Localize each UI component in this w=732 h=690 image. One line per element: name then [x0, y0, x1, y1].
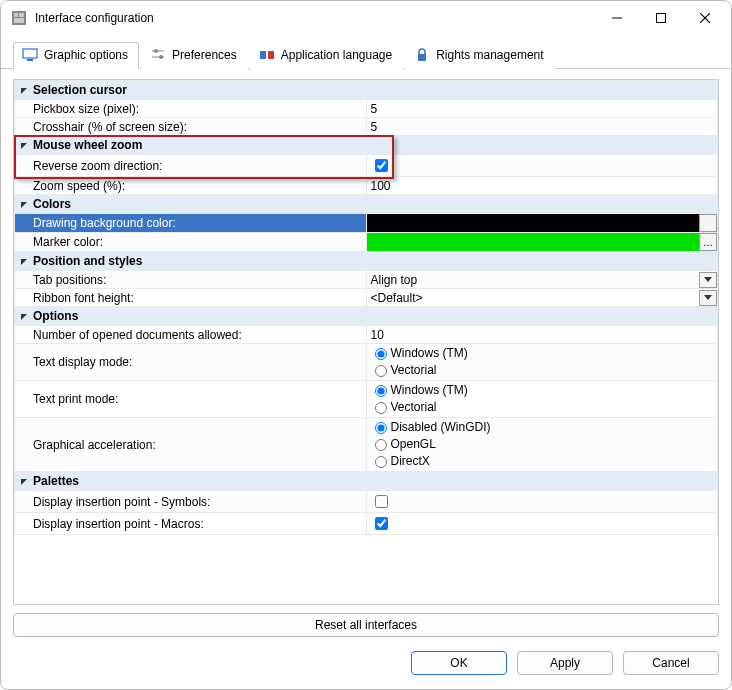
row-tab-positions: Tab positions: Align top	[15, 271, 718, 289]
window-title: Interface configuration	[35, 11, 595, 25]
symbols-checkbox[interactable]	[375, 495, 388, 508]
cancel-button[interactable]: Cancel	[623, 651, 719, 675]
section-mouse-wheel-zoom[interactable]: Mouse wheel zoom	[15, 136, 718, 155]
ribbon-font-height-combo[interactable]: <Default>	[367, 290, 718, 306]
text-display-vectorial-radio-label[interactable]: Vectorial	[371, 362, 714, 379]
section-title: Palettes	[33, 474, 79, 488]
tab-label: Preferences	[172, 48, 237, 62]
svg-rect-3	[14, 18, 24, 23]
disclosure-icon	[19, 85, 29, 95]
disclosure-icon	[19, 199, 29, 209]
label: Graphical acceleration:	[33, 438, 156, 452]
apply-button[interactable]: Apply	[517, 651, 613, 675]
row-text-print-mode: Text print mode: Windows (TM) Vectorial	[15, 381, 718, 418]
row-zoom-speed: Zoom speed (%): 100	[15, 177, 718, 195]
svg-rect-8	[23, 49, 37, 58]
tab-graphic-options[interactable]: Graphic options	[13, 42, 139, 69]
svg-marker-21	[704, 277, 712, 282]
section-position-styles[interactable]: Position and styles	[15, 252, 718, 271]
chevron-down-icon[interactable]	[699, 272, 717, 288]
text-print-windows-radio[interactable]	[375, 385, 387, 397]
row-drawing-background-color: Drawing background color: …	[15, 214, 718, 233]
titlebar: Interface configuration	[1, 1, 731, 35]
ok-button[interactable]: OK	[411, 651, 507, 675]
text-print-vectorial-radio-label[interactable]: Vectorial	[371, 399, 714, 416]
text-print-windows-radio-label[interactable]: Windows (TM)	[371, 382, 714, 399]
lock-icon	[414, 47, 430, 63]
label: Reverse zoom direction:	[33, 159, 162, 173]
svg-marker-19	[21, 202, 27, 208]
row-marker-color: Marker color: …	[15, 233, 718, 252]
svg-marker-17	[21, 88, 27, 94]
docs-value[interactable]: 10	[371, 328, 384, 342]
gaccel-disabled-radio[interactable]	[375, 422, 387, 434]
svg-marker-24	[21, 479, 27, 485]
svg-marker-18	[21, 143, 27, 149]
section-title: Options	[33, 309, 78, 323]
tab-preferences[interactable]: Preferences	[141, 42, 248, 69]
tab-rights-management[interactable]: Rights management	[405, 42, 554, 69]
section-options[interactable]: Options	[15, 307, 718, 326]
svg-point-11	[154, 49, 158, 53]
disclosure-icon	[19, 311, 29, 321]
disclosure-icon	[19, 476, 29, 486]
text-display-windows-radio-label[interactable]: Windows (TM)	[371, 345, 714, 362]
label: Pickbox size (pixel):	[33, 102, 139, 116]
property-grid: Selection cursor Pickbox size (pixel): 5…	[14, 80, 718, 535]
svg-rect-2	[19, 13, 24, 17]
maximize-button[interactable]	[639, 3, 683, 33]
gaccel-directx-radio-label[interactable]: DirectX	[371, 453, 714, 470]
section-colors[interactable]: Colors	[15, 195, 718, 214]
row-reverse-zoom: Reverse zoom direction:	[15, 155, 718, 177]
gaccel-directx-radio[interactable]	[375, 456, 387, 468]
row-text-display-mode: Text display mode: Windows (TM) Vectoria…	[15, 344, 718, 381]
row-display-insertion-symbols: Display insertion point - Symbols:	[15, 491, 718, 513]
label: Crosshair (% of screen size):	[33, 120, 187, 134]
dialog-buttons: OK Apply Cancel	[1, 645, 731, 689]
svg-rect-16	[418, 54, 426, 61]
bg-color-picker-button[interactable]: …	[699, 214, 717, 232]
label: Display insertion point - Macros:	[33, 517, 204, 531]
marker-color-swatch[interactable]	[367, 233, 700, 251]
section-title: Mouse wheel zoom	[33, 138, 142, 152]
section-title: Selection cursor	[33, 83, 127, 97]
label: Text print mode:	[33, 392, 118, 406]
crosshair-value[interactable]: 5	[371, 120, 378, 134]
section-palettes[interactable]: Palettes	[15, 472, 718, 491]
row-display-insertion-macros: Display insertion point - Macros:	[15, 513, 718, 535]
tab-application-language[interactable]: Application language	[250, 42, 403, 69]
label: Text display mode:	[33, 355, 132, 369]
language-icon	[259, 47, 275, 63]
label: Tab positions:	[33, 273, 106, 287]
svg-marker-22	[704, 295, 712, 300]
sliders-icon	[150, 47, 166, 63]
close-button[interactable]	[683, 3, 727, 33]
gaccel-opengl-radio-label[interactable]: OpenGL	[371, 436, 714, 453]
text-display-vectorial-radio[interactable]	[375, 365, 387, 377]
text-print-vectorial-radio[interactable]	[375, 402, 387, 414]
row-pickbox-size: Pickbox size (pixel): 5	[15, 100, 718, 118]
bg-color-swatch[interactable]	[367, 214, 700, 232]
svg-rect-14	[260, 51, 266, 59]
combo-value: <Default>	[367, 290, 700, 306]
gaccel-opengl-radio[interactable]	[375, 439, 387, 451]
svg-marker-20	[21, 259, 27, 265]
svg-rect-1	[14, 13, 18, 17]
section-selection-cursor[interactable]: Selection cursor	[15, 81, 718, 100]
chevron-down-icon[interactable]	[699, 290, 717, 306]
tab-positions-combo[interactable]: Align top	[367, 272, 718, 288]
macros-checkbox[interactable]	[375, 517, 388, 530]
section-title: Position and styles	[33, 254, 142, 268]
row-ribbon-font-height: Ribbon font height: <Default>	[15, 289, 718, 307]
zoom-speed-value[interactable]: 100	[371, 179, 391, 193]
text-display-windows-radio[interactable]	[375, 348, 387, 360]
minimize-button[interactable]	[595, 3, 639, 33]
tab-label: Application language	[281, 48, 392, 62]
reset-all-interfaces-button[interactable]: Reset all interfaces	[13, 613, 719, 637]
marker-color-picker-button[interactable]: …	[699, 233, 717, 251]
label: Number of opened documents allowed:	[33, 328, 242, 342]
gaccel-disabled-radio-label[interactable]: Disabled (WinGDI)	[371, 419, 714, 436]
reverse-zoom-checkbox[interactable]	[375, 159, 388, 172]
monitor-icon	[22, 47, 38, 63]
pickbox-value[interactable]: 5	[371, 102, 378, 116]
